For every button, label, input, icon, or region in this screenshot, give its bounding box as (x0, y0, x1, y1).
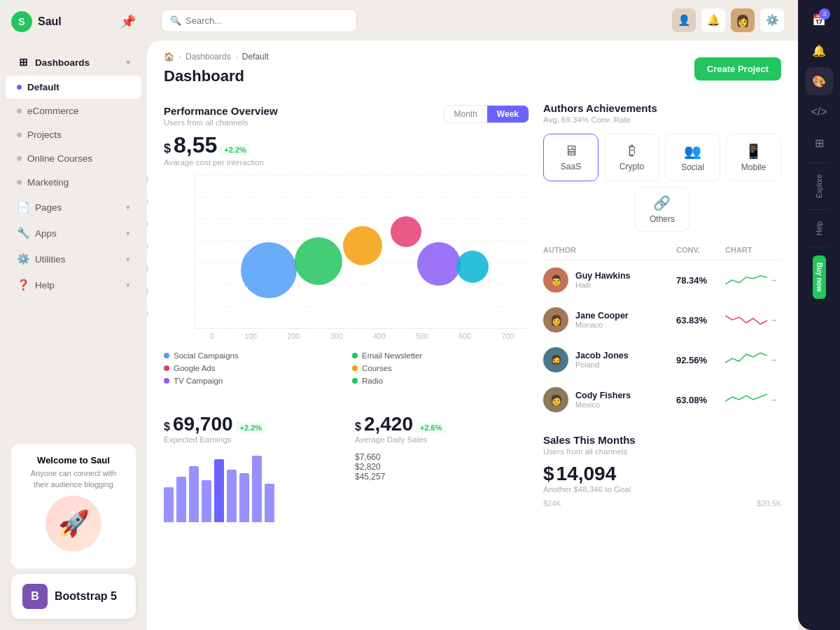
sales-y-labels: $24K $20.5K (543, 499, 781, 507)
sales-subtitle: Users from all channels (543, 447, 781, 456)
chevron-down-icon: ▾ (126, 255, 130, 264)
legend-google: Google Ads (164, 364, 341, 372)
sidebar-label-dashboards: Dashboards (35, 57, 90, 68)
bar (252, 456, 262, 522)
mini-chart-cody: → (725, 390, 781, 410)
dot-icon (17, 180, 22, 185)
bottom-metrics: $ 69,700 +2.2% Expected Earnings (164, 413, 529, 522)
dot-icon (17, 156, 22, 161)
sidebar-item-pages[interactable]: 📄 Pages ▾ (6, 195, 141, 220)
bubble-social (241, 242, 297, 298)
conv-rate-jacob: 92.56% (676, 355, 725, 365)
welcome-title: Welcome to Saul (22, 455, 125, 465)
bubble-chart-wrapper: 7006005004003002001000 (164, 175, 529, 340)
sidebar-label-apps: Apps (35, 228, 57, 239)
week-pill[interactable]: Week (487, 106, 528, 122)
breadcrumb-dashboards[interactable]: Dashboards (186, 52, 231, 62)
code-icon[interactable]: </> (805, 98, 833, 126)
mini-chart-jacob: → (725, 350, 781, 370)
active-dot-icon (17, 85, 22, 90)
grid-icon[interactable]: ⊞ (805, 129, 833, 157)
bar (164, 487, 174, 522)
buy-now-button[interactable]: Buy now (813, 255, 826, 299)
tab-social[interactable]: 👥 Social (665, 134, 720, 181)
search-input[interactable] (186, 15, 348, 26)
saas-icon: 🖥 (564, 143, 578, 159)
search-box[interactable]: 🔍 (161, 9, 357, 32)
performance-title: Performance Overview (164, 105, 278, 117)
mini-chart-guy: → (725, 270, 781, 290)
explore-label[interactable]: Explore (813, 169, 826, 204)
author-row-guy: 👨 Guy Hawkins Haiti 78.34% → (543, 260, 781, 300)
notification-bell-icon[interactable]: 🔔 (701, 8, 725, 32)
social-icon: 👥 (684, 143, 701, 160)
metric-value: $ 8,55 +2.2% (164, 132, 529, 158)
earnings-value: 69,700 (173, 413, 233, 435)
palette-icon[interactable]: 🎨 (805, 67, 833, 95)
bar (265, 484, 274, 522)
chevron-down-icon: ▾ (126, 229, 130, 238)
user-avatar[interactable]: 👩 (731, 8, 755, 32)
sidebar-label-pages: Pages (35, 202, 62, 213)
bar (176, 477, 186, 522)
help-icon: ❓ (17, 279, 29, 291)
tab-crypto[interactable]: ₿ Crypto (604, 134, 659, 181)
pin-icon[interactable]: 📌 (120, 14, 136, 29)
col-conv: CONV. (676, 246, 725, 254)
sales-card: Sales This Months Users from all channel… (543, 434, 781, 507)
authors-subtitle: Avg. 69.34% Conv. Rate (543, 115, 781, 124)
create-project-button[interactable]: Create Project (694, 57, 781, 80)
app-logo-icon: S (11, 11, 32, 32)
dot-icon (17, 132, 22, 137)
user-avatar-small[interactable]: 👤 (672, 8, 696, 32)
author-name-jane: Jane Cooper (575, 311, 629, 321)
sidebar-item-projects[interactable]: Projects (6, 123, 141, 146)
help-label[interactable]: Help (813, 216, 826, 241)
divider (808, 209, 830, 210)
author-info-cody: 🧑 Cody Fishers Mexico (543, 387, 676, 412)
left-column: Performance Overview Users from all chan… (164, 91, 543, 616)
daily-sales-badge: +2.6% (416, 422, 447, 433)
breadcrumb: 🏠 › Dashboards › Default (164, 52, 269, 62)
avatar-cody: 🧑 (543, 387, 568, 412)
calendar-icon[interactable]: 📅 3 (805, 6, 833, 34)
sidebar-item-help[interactable]: ❓ Help ▾ (6, 272, 141, 298)
sidebar-item-apps[interactable]: 🔧 Apps ▾ (6, 220, 141, 246)
sidebar-label-help: Help (35, 280, 55, 290)
sales-goal: Another $48,346 to Goal (543, 485, 781, 493)
breadcrumb-home[interactable]: 🏠 (164, 52, 174, 62)
bell-icon[interactable]: 🔔 (805, 36, 833, 64)
sidebar-nav: ⊞ Dashboards ▾ Default eCommerce Project… (0, 43, 147, 433)
right-sidebar: 📅 3 🔔 🎨 </> ⊞ Explore Help Buy now (798, 0, 840, 630)
search-icon: 🔍 (170, 15, 181, 26)
bootstrap-card: B Bootstrap 5 (11, 574, 136, 619)
sidebar-item-default[interactable]: Default (6, 76, 141, 99)
conv-rate-cody: 63.08% (676, 395, 725, 405)
author-location-jane: Monaco (575, 321, 629, 329)
x-axis-labels: 0100200300400500600700 (195, 332, 529, 340)
tab-mobile[interactable]: 📱 Mobile (726, 134, 781, 181)
crypto-icon: ₿ (629, 143, 636, 159)
bootstrap-icon: B (22, 584, 48, 609)
settings-icon[interactable]: ⚙️ (760, 8, 784, 32)
sidebar-item-utilities[interactable]: ⚙️ Utilities ▾ (6, 246, 141, 272)
sidebar-label-ecommerce: eCommerce (27, 106, 79, 116)
sidebar-item-online-courses[interactable]: Online Courses (6, 147, 141, 170)
bar (239, 473, 249, 522)
month-pill[interactable]: Month (444, 106, 487, 122)
sidebar-item-ecommerce[interactable]: eCommerce (6, 99, 141, 122)
time-toggle: Month Week (444, 105, 530, 123)
topbar-right: 👤 🔔 👩 ⚙️ (672, 8, 784, 32)
others-tab-row: 🔗 Others (543, 187, 781, 232)
sales-amount-2: $2,820 (355, 462, 529, 472)
legend-tv: TV Campaign (164, 377, 341, 385)
tab-saas[interactable]: 🖥 SaaS (543, 134, 598, 181)
sidebar-logo: S Saul 📌 (0, 0, 147, 43)
tab-others[interactable]: 🔗 Others (635, 187, 690, 232)
sidebar-item-dashboards[interactable]: ⊞ Dashboards ▾ (6, 50, 141, 75)
main-area: 🔍 👤 🔔 👩 ⚙️ 🏠 › Dashboards › Default (147, 0, 798, 630)
sidebar-item-marketing[interactable]: Marketing (6, 171, 141, 194)
content-header: 🏠 › Dashboards › Default Dashboard Creat… (147, 41, 798, 91)
bubble-tv (417, 242, 461, 286)
performance-card: Performance Overview Users from all chan… (164, 91, 529, 399)
